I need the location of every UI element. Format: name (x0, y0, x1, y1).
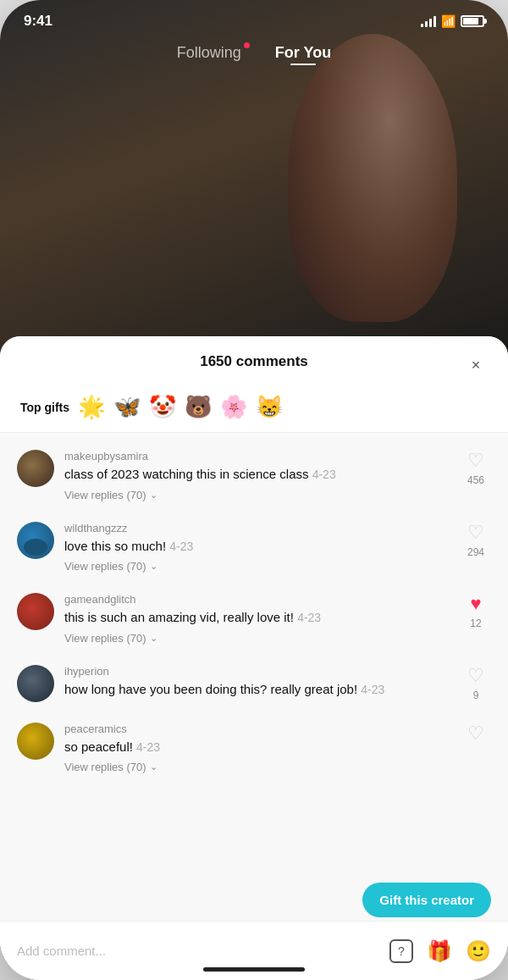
emoji-icon[interactable]: 🙂 (466, 939, 491, 963)
question-icon[interactable]: ? (389, 939, 413, 963)
like-count-2: 294 (467, 546, 484, 558)
gift-emoji-1[interactable]: 🌟 (78, 394, 105, 420)
avatar-2 (17, 522, 54, 559)
home-indicator (203, 967, 305, 972)
comments-count: 1650 comments (200, 353, 308, 370)
signal-icon (421, 15, 436, 27)
heart-icon-4[interactable]: ♡ (467, 665, 484, 687)
comment-item-2: wildthangzzzlove this so much! 4-23View … (0, 512, 508, 584)
video-area: 9:41 📶 Following For You (0, 0, 508, 356)
comment-actions-2: ♡294 (461, 522, 491, 573)
view-replies-5[interactable]: View replies (70) ⌄ (64, 761, 450, 773)
add-comment-input[interactable]: Add comment... (17, 944, 376, 958)
comment-username-3: gameandglitch (64, 593, 450, 606)
notification-dot (244, 42, 250, 48)
nav-tabs: Following For You (0, 44, 508, 62)
heart-icon-1[interactable]: ♡ (467, 450, 484, 472)
gift-creator-button[interactable]: Gift this creator (362, 883, 491, 917)
comment-username-4: ihyperion (64, 665, 450, 678)
gift-emoji-5[interactable]: 🌸 (220, 394, 247, 420)
heart-icon-5[interactable]: ♡ (467, 723, 484, 745)
comment-item-3: gameandglitchthis is such an amazing vid… (0, 583, 508, 655)
view-replies-1[interactable]: View replies (70) ⌄ (64, 489, 450, 501)
comment-text-1: class of 2023 watching this in science c… (64, 465, 450, 484)
comment-item-5: peaceramicsso peaceful! 4-23View replies… (0, 712, 508, 784)
top-gifts-bar: Top gifts 🌟 🦋 🤡 🐻 🌸 😸 (20, 384, 488, 432)
heart-icon-2[interactable]: ♡ (467, 522, 484, 544)
comments-panel: 1650 comments × Top gifts 🌟 🦋 🤡 🐻 🌸 😸 ma… (0, 336, 508, 980)
gift-emoji-3[interactable]: 🤡 (149, 394, 176, 420)
like-count-4: 9 (473, 689, 479, 701)
comment-item-4: ihyperionhow long have you been doing th… (0, 655, 508, 712)
comment-username-1: makeupbysamira (64, 450, 450, 462)
comment-body-4: ihyperionhow long have you been doing th… (64, 665, 450, 702)
comment-body-3: gameandglitchthis is such an amazing vid… (64, 593, 450, 645)
comment-body-1: makeupbysamiraclass of 2023 watching thi… (64, 450, 450, 501)
comment-actions-1: ♡456 (461, 450, 491, 501)
input-icons: ? 🎁 🙂 (389, 939, 491, 963)
comment-actions-5: ♡ (461, 723, 491, 774)
comment-text-5: so peaceful! 4-23 (64, 738, 450, 756)
avatar-3 (17, 593, 54, 630)
wifi-icon: 📶 (441, 14, 456, 28)
status-bar: 9:41 📶 (0, 0, 508, 42)
comment-body-2: wildthangzzzlove this so much! 4-23View … (64, 522, 450, 573)
avatar-1 (17, 450, 54, 487)
like-count-1: 456 (467, 474, 484, 486)
tab-following[interactable]: Following (177, 44, 241, 62)
status-icons: 📶 (421, 14, 484, 28)
comment-text-2: love this so much! 4-23 (64, 537, 450, 556)
comments-header: 1650 comments × Top gifts 🌟 🦋 🤡 🐻 🌸 😸 (0, 336, 508, 433)
heart-icon-3[interactable]: ♥ (470, 593, 481, 615)
comment-actions-4: ♡9 (461, 665, 491, 702)
comments-title-row: 1650 comments × (20, 353, 488, 384)
battery-icon (461, 15, 484, 27)
view-replies-3[interactable]: View replies (70) ⌄ (64, 632, 450, 645)
tab-for-you[interactable]: For You (275, 44, 331, 62)
phone-frame: 9:41 📶 Following For You (0, 0, 508, 980)
like-count-3: 12 (470, 617, 481, 629)
comment-body-5: peaceramicsso peaceful! 4-23View replies… (64, 723, 450, 774)
comment-text-3: this is such an amazing vid, really love… (64, 608, 450, 627)
comment-item-1: makeupbysamiraclass of 2023 watching thi… (0, 440, 508, 512)
gift-icon[interactable]: 🎁 (427, 939, 452, 963)
gift-emoji-4[interactable]: 🐻 (185, 394, 212, 420)
status-time: 9:41 (24, 13, 52, 30)
gift-emoji-2[interactable]: 🦋 (113, 394, 141, 420)
comment-username-2: wildthangzzz (64, 522, 450, 534)
comments-list: makeupbysamiraclass of 2023 watching thi… (0, 433, 508, 907)
avatar-5 (17, 723, 54, 760)
close-button[interactable]: × (464, 353, 488, 377)
top-gifts-label: Top gifts (20, 401, 69, 414)
comment-text-4: how long have you been doing this? reall… (64, 680, 450, 699)
avatar-4 (17, 665, 54, 702)
view-replies-2[interactable]: View replies (70) ⌄ (64, 560, 450, 573)
comment-actions-3: ♥12 (461, 593, 491, 645)
video-figure (288, 34, 457, 322)
gift-emoji-6[interactable]: 😸 (256, 394, 283, 420)
comment-username-5: peaceramics (64, 723, 450, 735)
